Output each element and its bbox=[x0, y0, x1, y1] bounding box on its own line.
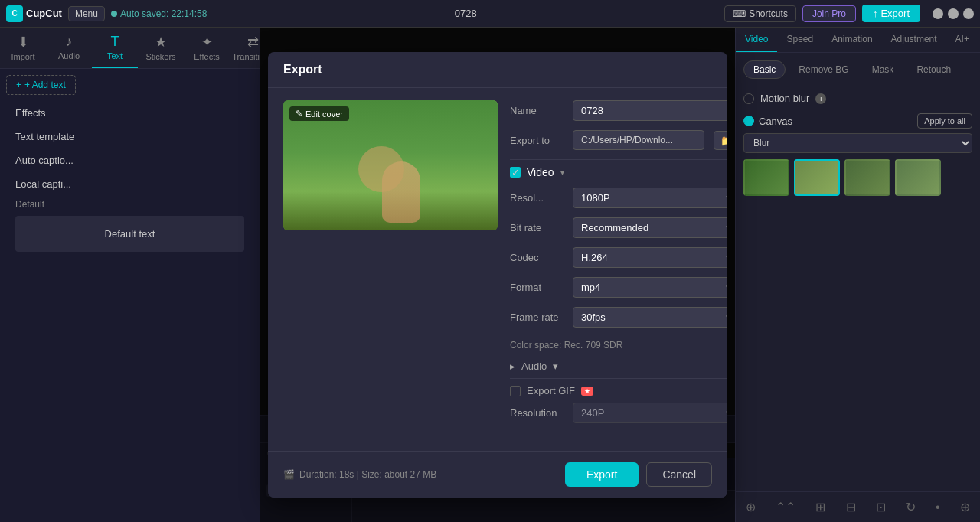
minimize-button[interactable] bbox=[933, 8, 943, 19]
timecode: 0728 bbox=[455, 8, 477, 19]
canvas-thumb-1[interactable] bbox=[743, 159, 789, 196]
right-tab-ai[interactable]: AI+ bbox=[946, 28, 978, 52]
zoom-fit-icon[interactable]: ⊡ bbox=[873, 497, 889, 517]
trim-icon[interactable]: ⊞ bbox=[812, 497, 828, 517]
bitrate-select[interactable]: Recommended ▾ bbox=[573, 217, 727, 238]
close-button[interactable] bbox=[963, 8, 974, 19]
sidebar-tab-label-import: Import bbox=[11, 52, 34, 61]
audio-header[interactable]: ▸ Audio ▾ bbox=[510, 361, 727, 372]
dialog-body: ✎ Edit cover Name Export to bbox=[268, 88, 727, 451]
effects-icon: ✦ bbox=[201, 34, 213, 51]
gif-header: Export GIF ★ bbox=[510, 385, 727, 396]
export-top-button[interactable]: ↑ Export bbox=[862, 5, 920, 22]
sidebar-section-text: + + Add text Effects Text template Auto … bbox=[0, 69, 260, 261]
right-tabs: Video Speed Animation Adjustment AI+ bbox=[736, 28, 980, 53]
gif-resolution-select[interactable]: 240P ▾ bbox=[573, 403, 727, 423]
saved-indicator bbox=[111, 11, 117, 17]
gif-resolution-label: Resolution bbox=[510, 407, 564, 419]
plus-icon: + bbox=[16, 80, 21, 90]
codec-label: Codec bbox=[510, 252, 564, 263]
sub-tab-mask[interactable]: Mask bbox=[862, 60, 904, 79]
default-text-box[interactable]: Default text bbox=[15, 216, 244, 252]
audio-section: ▸ Audio ▾ bbox=[510, 354, 727, 378]
sidebar-item-effects[interactable]: Effects bbox=[6, 101, 253, 125]
rotate-icon[interactable]: ↻ bbox=[903, 497, 919, 517]
export-dialog-overlay: Export bbox=[260, 28, 735, 522]
canvas-thumb-4[interactable] bbox=[895, 159, 941, 196]
bitrate-arrow-icon: ▾ bbox=[726, 222, 727, 233]
export-path-input[interactable] bbox=[573, 130, 704, 150]
video-expand-icon[interactable]: ▾ bbox=[560, 168, 564, 177]
sub-tab-basic[interactable]: Basic bbox=[743, 60, 786, 79]
right-tab-video[interactable]: Video bbox=[736, 28, 777, 52]
sidebar-item-auto-caption[interactable]: Auto captio... bbox=[6, 148, 253, 172]
timeline-zoom-in-icon[interactable]: ⊕ bbox=[743, 497, 759, 517]
cancel-button[interactable]: Cancel bbox=[646, 462, 712, 487]
split-icon[interactable]: ⌃⌃ bbox=[773, 497, 799, 517]
resolution-label: Resol... bbox=[510, 192, 564, 204]
export-dialog: Export bbox=[268, 52, 727, 497]
codec-select[interactable]: H.264 ▾ bbox=[573, 247, 727, 268]
gif-resolution-arrow-icon: ▾ bbox=[726, 407, 727, 419]
sidebar-tab-audio[interactable]: ♪ Audio bbox=[46, 28, 92, 68]
name-row: Name bbox=[510, 100, 727, 121]
right-content: Basic Remove BG Mask Retouch Motion blur… bbox=[736, 53, 980, 491]
center-area: Export bbox=[260, 28, 735, 522]
more-options-icon[interactable]: • bbox=[933, 498, 943, 517]
duration-info: 🎬 Duration: 18s | Size: about 27 MB bbox=[283, 469, 436, 480]
join-pro-button[interactable]: Join Pro bbox=[802, 5, 856, 22]
framerate-select[interactable]: 30fps ▾ bbox=[573, 307, 727, 328]
edit-cover-button[interactable]: ✎ Edit cover bbox=[289, 106, 349, 121]
keyboard-icon: ⌨ bbox=[733, 8, 746, 19]
dialog-form: Name Export to 📁 ✓ Video bbox=[510, 100, 727, 439]
sidebar-tab-stickers[interactable]: ★ Stickers bbox=[138, 28, 184, 68]
stickers-icon: ★ bbox=[155, 34, 167, 51]
right-panel: Video Speed Animation Adjustment AI+ Bas… bbox=[735, 28, 980, 522]
shortcuts-button[interactable]: ⌨ Shortcuts bbox=[724, 5, 796, 22]
motion-blur-info-icon[interactable]: i bbox=[815, 93, 826, 104]
framerate-label: Frame rate bbox=[510, 312, 564, 323]
sidebar-item-text-template[interactable]: Text template bbox=[6, 125, 253, 148]
main-layout: ⬇ Import ♪ Audio T Text ★ Stickers ✦ Eff… bbox=[0, 28, 980, 522]
sidebar-item-local-caption[interactable]: Local capti... bbox=[6, 172, 253, 196]
canvas-thumb-2[interactable] bbox=[794, 159, 840, 196]
blur-select[interactable]: Blur bbox=[743, 133, 972, 153]
right-tab-animation[interactable]: Animation bbox=[822, 28, 881, 52]
audio-expand-icon2: ▾ bbox=[553, 361, 558, 372]
import-icon: ⬇ bbox=[18, 34, 29, 51]
video-section-header: ✓ Video ▾ bbox=[510, 159, 727, 184]
sidebar-tab-label-stickers: Stickers bbox=[145, 52, 175, 61]
format-select[interactable]: mp4 ▾ bbox=[573, 277, 727, 298]
codec-arrow-icon: ▾ bbox=[726, 252, 727, 263]
apply-to-all-button[interactable]: Apply to all bbox=[917, 113, 972, 129]
sub-tab-retouch[interactable]: Retouch bbox=[906, 60, 961, 79]
folder-button[interactable]: 📁 bbox=[714, 131, 727, 150]
canvas-thumb-3[interactable] bbox=[844, 159, 890, 196]
sub-tab-remove-bg[interactable]: Remove BG bbox=[789, 60, 858, 79]
zoom-out-icon[interactable]: ⊕ bbox=[957, 497, 973, 517]
resolution-select[interactable]: 1080P ▾ bbox=[573, 188, 727, 208]
right-tab-adjustment[interactable]: Adjustment bbox=[882, 28, 946, 52]
right-tab-speed[interactable]: Speed bbox=[777, 28, 822, 52]
bottom-icon-row: ⊕ ⌃⌃ ⊞ ⊟ ⊡ ↻ • ⊕ bbox=[736, 491, 980, 522]
add-text-button[interactable]: + + Add text bbox=[6, 75, 76, 95]
sidebar-tab-text[interactable]: T Text bbox=[92, 28, 138, 68]
sidebar-tab-effects[interactable]: ✦ Effects bbox=[184, 28, 230, 68]
motion-blur-checkbox[interactable] bbox=[743, 93, 754, 104]
maximize-button[interactable] bbox=[948, 8, 959, 19]
name-input[interactable] bbox=[573, 100, 727, 121]
menu-button[interactable]: Menu bbox=[68, 6, 105, 21]
auto-saved-status: Auto saved: 22:14:58 bbox=[111, 8, 207, 19]
topbar: C CupCut Menu Auto saved: 22:14:58 0728 … bbox=[0, 0, 980, 28]
gif-checkbox[interactable] bbox=[510, 386, 521, 396]
video-checkbox[interactable]: ✓ bbox=[510, 167, 521, 178]
merge-icon[interactable]: ⊟ bbox=[843, 497, 859, 517]
gif-label: Export GIF bbox=[527, 385, 575, 396]
canvas-label: Canvas bbox=[759, 116, 792, 127]
dialog-footer: 🎬 Duration: 18s | Size: about 27 MB Expo… bbox=[268, 451, 727, 497]
canvas-checkbox[interactable] bbox=[743, 116, 754, 126]
export-to-row: Export to 📁 bbox=[510, 130, 727, 150]
sidebar-tab-import[interactable]: ⬇ Import bbox=[0, 28, 46, 68]
video-section-title: Video bbox=[527, 166, 554, 178]
export-button[interactable]: Export bbox=[565, 462, 639, 487]
